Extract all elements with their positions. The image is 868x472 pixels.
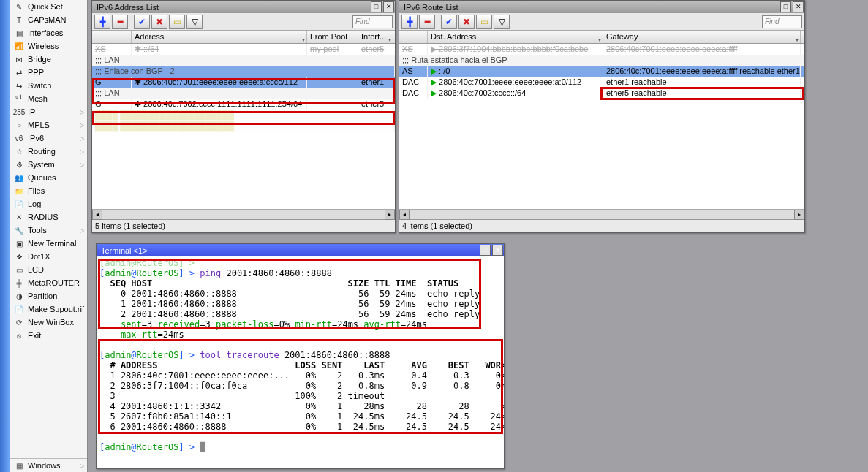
remove-button[interactable]: ━ xyxy=(112,15,128,29)
sidebar-item-ipv6[interactable]: v6IPv6▷ xyxy=(10,132,87,145)
sidebar-item-new-terminal[interactable]: ▣New Terminal xyxy=(10,237,87,250)
add-button[interactable]: ╋ xyxy=(94,15,110,29)
table-row[interactable]: G✱ 2806:40c:7002:cccc:1111:1111:1111:254… xyxy=(92,99,395,110)
sidebar-item-radius[interactable]: ✕RADIUS xyxy=(10,210,87,224)
sidebar-item-log[interactable]: 📄Log xyxy=(10,197,87,210)
route-titlebar[interactable]: IPv6 Route List □ ✕ xyxy=(399,1,804,13)
maximize-button[interactable]: □ xyxy=(480,245,491,256)
find-input[interactable]: Find xyxy=(762,15,802,28)
table-row[interactable]: DAC▶ 2806:40c:7002:cccc::/64ether5 reach… xyxy=(399,88,804,99)
sidebar-item-tools[interactable]: 🔧Tools▷ xyxy=(10,224,87,237)
sidebar-item-windows[interactable]: ▦Windows▷ xyxy=(10,459,87,472)
table-row[interactable]: AS▶ ::/02806:40c:7001:eeee:eeee:eeee:a:f… xyxy=(399,66,804,77)
route-col-gw[interactable]: Gateway▾ xyxy=(603,31,801,43)
addr-col-address[interactable]: Address▾ xyxy=(132,31,307,43)
sidebar-item-dot1x[interactable]: ❖Dot1X xyxy=(10,250,87,263)
find-input[interactable]: Find xyxy=(352,15,393,28)
menu-icon: ○ xyxy=(13,119,25,131)
menu-icon: °╹ xyxy=(13,93,25,104)
filter-button[interactable]: ▽ xyxy=(186,15,203,29)
table-row[interactable]: XS▶ 2806:3f7:1004:bbbb:bbbb:bbbb:f0ca:be… xyxy=(399,44,804,55)
sidebar-item-new-winbox[interactable]: ⟳New WinBox xyxy=(10,316,87,329)
sidebar-item-quick-set[interactable]: ✎Quick Set xyxy=(10,0,87,13)
close-button[interactable]: ✕ xyxy=(383,1,394,12)
table-row[interactable]: ;;; Ruta estatica hacia el BGP xyxy=(399,55,804,66)
sidebar-title-strip: RouterOS WinBox xyxy=(0,0,10,472)
close-button[interactable]: ✕ xyxy=(793,1,804,12)
maximize-button[interactable]: □ xyxy=(780,1,791,12)
terminal-body[interactable]: [admin@RouterOS] > [admin@RouterOS] > pi… xyxy=(97,256,504,468)
remove-button[interactable]: ━ xyxy=(419,15,435,29)
menu-icon: 📁 xyxy=(13,185,25,197)
close-button[interactable]: ✕ xyxy=(492,245,503,256)
sidebar-item-system[interactable]: ⚙System▷ xyxy=(10,158,87,171)
addr-titlebar[interactable]: IPv6 Address List □ ✕ xyxy=(92,1,395,13)
sidebar-item-label: Files xyxy=(28,186,45,195)
sidebar-item-exit[interactable]: ⎋Exit xyxy=(10,329,87,342)
table-row[interactable]: ;;; LAN xyxy=(92,88,395,99)
submenu-arrow-icon: ▷ xyxy=(80,122,84,129)
sidebar-item-queues[interactable]: 👥Queues xyxy=(10,171,87,184)
sidebar-item-interfaces[interactable]: ▤Interfaces xyxy=(10,26,87,39)
sidebar-item-label: Log xyxy=(28,199,41,208)
scroll-right-button[interactable]: ▸ xyxy=(794,210,804,220)
table-row[interactable]: ;;; Enlace con BGP - 2 xyxy=(92,66,395,77)
menu-icon: ◑ xyxy=(13,290,25,302)
sidebar-item-files[interactable]: 📁Files xyxy=(10,184,87,197)
route-col-flag[interactable] xyxy=(399,31,428,43)
sidebar-item-lcd[interactable]: ▭LCD xyxy=(10,263,87,276)
table-row[interactable]: G✱ 2806:40c:7001:eeee:eeee:eeee:a:cccc/1… xyxy=(92,77,395,88)
sidebar-item-label: Mesh xyxy=(28,94,48,103)
sidebar-item-capsman[interactable]: TCAPsMAN xyxy=(10,13,87,26)
sidebar-item-label: Bridge xyxy=(28,55,51,64)
route-grid-header: Dst. Address▾ Gateway▾ xyxy=(399,31,804,44)
sidebar-item-ppp[interactable]: ⇄PPP xyxy=(10,66,87,79)
sidebar-item-make-supout-rif[interactable]: 📄Make Supout.rif xyxy=(10,302,87,316)
addr-status: 5 items (1 selected) xyxy=(92,219,395,232)
addr-grid-body[interactable]: XS✱ ::/64my-poolether5;;; LAN;;; Enlace … xyxy=(92,44,395,209)
add-button[interactable]: ╋ xyxy=(401,15,418,29)
addr-col-intf[interactable]: Interf...▾ xyxy=(358,31,393,43)
sidebar-item-label: Switch xyxy=(28,81,51,90)
menu-icon: ▭ xyxy=(13,264,25,275)
filter-button[interactable]: ▽ xyxy=(494,15,510,29)
enable-button[interactable]: ✔ xyxy=(134,15,150,29)
sidebar-item-label: Quick Set xyxy=(28,2,63,11)
scroll-left-button[interactable]: ◂ xyxy=(399,210,410,220)
addr-col-pool[interactable]: From Pool xyxy=(307,31,358,43)
term-titlebar[interactable]: Terminal <1> □ ✕ xyxy=(97,244,504,256)
route-grid-body[interactable]: XS▶ 2806:3f7:1004:bbbb:bbbb:bbbb:f0ca:be… xyxy=(399,44,804,209)
comment-button[interactable]: ▭ xyxy=(476,15,492,29)
maximize-button[interactable]: □ xyxy=(371,1,382,12)
route-col-dst[interactable]: Dst. Address▾ xyxy=(428,31,603,43)
disable-button[interactable]: ✖ xyxy=(151,15,167,29)
addr-col-flag[interactable] xyxy=(92,31,132,43)
sidebar-item-wireless[interactable]: 📶Wireless xyxy=(10,39,87,53)
sidebar-item-mesh[interactable]: °╹Mesh xyxy=(10,92,87,105)
table-row[interactable]: XS✱ ::/64my-poolether5 xyxy=(92,44,395,55)
menu-icon: ▤ xyxy=(13,27,25,39)
addr-hscroll[interactable]: ◂▸ xyxy=(92,209,395,219)
sidebar-item-bridge[interactable]: ⋈Bridge xyxy=(10,53,87,66)
sidebar-item-metarouter[interactable]: ╪MetaROUTER xyxy=(10,276,87,289)
enable-button[interactable]: ✔ xyxy=(441,15,457,29)
menu-icon: v6 xyxy=(13,132,25,144)
sidebar-item-routing[interactable]: ☆Routing▷ xyxy=(10,145,87,158)
table-row[interactable]: DAC▶ 2806:40c:7001:eeee:eeee:eeee:a:0/11… xyxy=(399,77,804,88)
scroll-left-button[interactable]: ◂ xyxy=(92,210,102,220)
sidebar-item-partition[interactable]: ◑Partition xyxy=(10,289,87,302)
menu-icon: ☆ xyxy=(13,145,25,157)
sidebar-item-label: Queues xyxy=(28,173,56,182)
scroll-right-button[interactable]: ▸ xyxy=(385,210,395,220)
sidebar-item-label: IPv6 xyxy=(28,134,44,142)
menu-icon: ▣ xyxy=(13,237,25,249)
blurred-row: ████ ████████████████████ xyxy=(92,121,395,132)
sidebar-item-mpls[interactable]: ○MPLS▷ xyxy=(10,118,87,132)
route-hscroll[interactable]: ◂▸ xyxy=(399,209,804,219)
disable-button[interactable]: ✖ xyxy=(458,15,475,29)
comment-button[interactable]: ▭ xyxy=(169,15,185,29)
menu-icon: ✎ xyxy=(13,1,25,12)
table-row[interactable]: ;;; LAN xyxy=(92,55,395,66)
sidebar-item-switch[interactable]: ⇆Switch xyxy=(10,79,87,92)
sidebar-item-ip[interactable]: 255IP▷ xyxy=(10,105,87,118)
